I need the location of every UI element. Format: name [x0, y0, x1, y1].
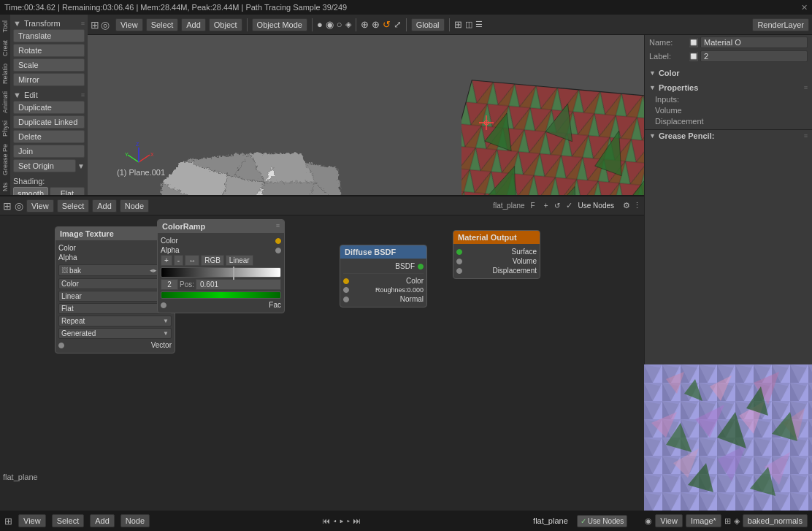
edit-section-header[interactable]: ▼ Edit ≡	[13, 89, 85, 101]
render-view-btn[interactable]: View	[655, 514, 683, 527]
color-ramp-menu[interactable]: ≡	[276, 222, 280, 229]
grid-icon[interactable]: ⊞	[454, 19, 462, 30]
scale-button[interactable]: Scale	[13, 58, 85, 72]
render-image-btn[interactable]: Image*	[686, 514, 721, 527]
bottom-view-btn[interactable]: View	[18, 514, 46, 527]
render-display-icon[interactable]: ◈	[734, 516, 740, 526]
fac-input-socket[interactable]	[161, 302, 166, 308]
tab-create[interactable]: Creat	[0, 37, 10, 59]
vector-input-socket[interactable]	[58, 343, 64, 348]
viewport-icon-2[interactable]: ◎	[101, 19, 110, 31]
smooth-button[interactable]: smooth	[13, 187, 48, 195]
move-icon[interactable]: ⊕	[372, 19, 380, 30]
render-icon-bottom[interactable]: ◉	[645, 516, 652, 526]
ramp-remove-btn[interactable]: -	[174, 255, 183, 266]
ramp-alpha-output[interactable]	[275, 248, 281, 253]
render-settings-icon[interactable]: ⊞	[724, 516, 731, 526]
tab-physics[interactable]: Physi	[0, 118, 10, 140]
node-settings-icon[interactable]: ⚙	[623, 201, 630, 210]
properties-section-title[interactable]: ▼ Properties ≡	[649, 83, 808, 92]
surface-input-socket[interactable]	[456, 249, 462, 255]
use-nodes-checkbox[interactable]: ✓ Use Nodes	[577, 515, 627, 527]
tab-animation[interactable]: Animati	[0, 88, 10, 116]
material-icon[interactable]: ◈	[345, 20, 351, 29]
bottom-node-btn[interactable]: Node	[120, 514, 150, 527]
bottom-select-btn[interactable]: Select	[52, 514, 85, 527]
tab-tool[interactable]: Tool	[0, 18, 10, 36]
extension-dropdown[interactable]: Repeat ▼	[58, 316, 172, 326]
transform-section-header[interactable]: ▼ Transform ≡	[13, 18, 85, 29]
set-origin-button[interactable]: Set Origin	[13, 159, 76, 172]
global-btn[interactable]: Global	[411, 18, 445, 31]
name-value[interactable]: Material O	[700, 37, 808, 48]
grease-pencil-menu[interactable]: ≡	[804, 132, 808, 140]
ramp-color-output[interactable]	[275, 238, 281, 244]
use-nodes-check[interactable]: ✓	[566, 201, 572, 210]
ramp-add-btn[interactable]: +	[161, 255, 172, 266]
ramp-linear-btn[interactable]: Linear	[226, 255, 253, 266]
roughness-socket[interactable]	[343, 287, 349, 293]
mirror-button[interactable]: Mirror	[13, 73, 85, 86]
translate-button[interactable]: Translate	[13, 29, 85, 42]
render-icon[interactable]: ●	[317, 19, 323, 30]
wire-icon[interactable]: ○	[337, 19, 342, 30]
viewport-icon-1[interactable]: ⊞	[91, 19, 99, 31]
play-icon[interactable]: ▶	[340, 516, 344, 525]
normal-socket[interactable]	[343, 297, 349, 302]
skip-forward-icon[interactable]: ⏭	[353, 516, 361, 525]
baked-normal-btn[interactable]: baked_normals	[743, 514, 808, 527]
bottom-editor-icon[interactable]: ⊞	[4, 516, 12, 527]
label-value[interactable]: 2	[700, 50, 808, 62]
rotate-button[interactable]: Rotate	[13, 44, 85, 57]
node-node-btn[interactable]: Node	[120, 199, 149, 213]
flat-button[interactable]: Flat	[50, 187, 85, 195]
step-forward-icon[interactable]: ▸	[346, 516, 351, 525]
xray-icon[interactable]: ☰	[475, 20, 483, 29]
bsdf-color-socket[interactable]	[343, 278, 349, 284]
bottom-add-btn[interactable]: Add	[90, 514, 115, 527]
ramp-flip-btn[interactable]: ↔	[185, 255, 199, 266]
node-refresh-icon[interactable]: ↺	[554, 202, 560, 210]
view-menu-btn[interactable]: View	[115, 18, 143, 31]
color-section-title[interactable]: ▼ Color	[649, 69, 808, 77]
ramp-gradient-bar[interactable]	[161, 267, 281, 278]
node-view-btn[interactable]: View	[26, 199, 54, 213]
node-pin-icon[interactable]: +	[544, 202, 548, 210]
bsdf-output-socket[interactable]	[418, 264, 424, 270]
node-add-btn[interactable]: Add	[92, 199, 117, 213]
image-selector[interactable]: 🖼 bak ◂▸ 3 ×	[58, 264, 172, 276]
cursor-icon[interactable]: ⊕	[361, 19, 369, 30]
ramp-stop-indicator[interactable]	[233, 267, 234, 280]
source-dropdown[interactable]: Generated ▼	[58, 328, 172, 339]
scale-icon[interactable]: ⤢	[394, 19, 402, 30]
set-origin-dropdown[interactable]: ▼	[77, 162, 85, 170]
duplicate-button[interactable]: Duplicate	[13, 101, 85, 114]
transform-menu-icon[interactable]: ≡	[81, 20, 85, 27]
close-icon[interactable]: ✕	[801, 3, 808, 12]
node-type-icon[interactable]: ◎	[15, 200, 23, 212]
render-layer-btn[interactable]: RenderLayer	[752, 18, 809, 31]
projection-dropdown[interactable]: Flat ▼	[58, 303, 172, 314]
skip-back-icon[interactable]: ⏮	[322, 516, 330, 525]
duplicate-linked-button[interactable]: Duplicate Linked	[13, 115, 85, 129]
node-editor-icon[interactable]: ⊞	[3, 200, 12, 212]
volume-input-socket[interactable]	[456, 259, 462, 264]
node-select-btn[interactable]: Select	[57, 199, 90, 213]
tab-grease-pencil[interactable]: Grease Pe	[0, 141, 10, 178]
color-space-dropdown[interactable]: Color ▼	[58, 278, 172, 289]
step-back-icon[interactable]: ◂	[333, 516, 337, 525]
mode-dropdown[interactable]: Object Mode	[252, 18, 307, 31]
solid-icon[interactable]: ◉	[326, 19, 334, 30]
grease-pencil-title[interactable]: ▼ Grease Pencil: ≡	[649, 131, 808, 140]
tab-ms[interactable]: Ms	[0, 180, 10, 194]
rotate-icon[interactable]: ↺	[383, 19, 391, 30]
interpolation-dropdown[interactable]: Linear ▼	[58, 291, 172, 302]
object-menu-btn[interactable]: Object	[209, 18, 242, 31]
edit-menu-icon[interactable]: ≡	[81, 91, 85, 99]
ramp-rgb-btn[interactable]: RGB	[201, 255, 224, 266]
add-menu-btn[interactable]: Add	[181, 18, 206, 31]
properties-menu[interactable]: ≡	[804, 84, 808, 91]
select-menu-btn[interactable]: Select	[146, 18, 179, 31]
join-button[interactable]: Join	[13, 145, 85, 158]
node-dots-icon[interactable]: ⋮	[633, 201, 641, 210]
